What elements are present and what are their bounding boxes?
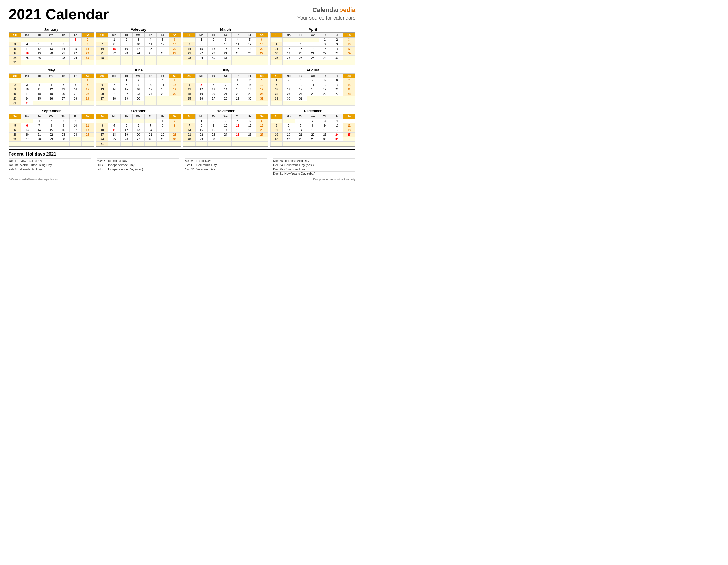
calendar-day: 27 [295, 56, 307, 60]
calendar-day: 1 [195, 119, 208, 123]
calendar-day-empty [120, 60, 133, 65]
brand-sub: Your source for calendars [297, 15, 355, 22]
calendar-day: 3 [256, 78, 268, 83]
calendar-day: 29 [195, 56, 208, 60]
calendar-day: 12 [157, 42, 169, 47]
calendar-day: 22 [195, 51, 208, 56]
calendar-day: 1 [195, 38, 208, 42]
month-title-january: January [9, 26, 94, 33]
calendar-day-empty [283, 101, 295, 105]
calendar-day [307, 96, 319, 101]
calendar-day: 27 [21, 137, 33, 142]
calendar-day: 27 [169, 51, 181, 56]
footer: © Calendarpedia® www.calendarpedia.com D… [9, 178, 355, 181]
month-title-june: June [96, 67, 181, 73]
calendar-day: 2 [208, 38, 220, 42]
calendar-day: 2 [331, 38, 343, 42]
calendar-day-empty [256, 60, 268, 65]
calendar-day: 1 [69, 38, 82, 42]
calendar-day: 14 [183, 47, 196, 51]
calendar-day: 8 [69, 42, 82, 47]
holidays-section: Federal Holidays 2021 Jan 1New Year's Da… [9, 149, 355, 175]
col-header-su: Su [270, 114, 283, 119]
calendar-day-empty [133, 60, 145, 65]
col-header-su: Su [183, 33, 196, 38]
holiday-date: Jan 1 [9, 159, 20, 162]
calendar-day: 31 [295, 96, 307, 101]
calendar-day: 9 [169, 123, 181, 128]
col-header-su: Su [183, 114, 196, 119]
calendar-day: 7 [33, 123, 45, 128]
holiday-name: Christmas Day [284, 167, 305, 171]
holiday-name: Columbus Day [196, 163, 217, 167]
calendar-day [307, 38, 319, 42]
month-june: JuneSuMoTuWeThFrSa1234567891011121314151… [96, 67, 181, 106]
calendar-day [57, 38, 70, 42]
month-october: OctoberSuMoTuWeThFrSa1234567891011121314… [96, 107, 181, 146]
calendars-grid: JanuarySuMoTuWeThFrSa1234567891011121314… [9, 26, 355, 146]
calendar-day-empty [343, 101, 355, 105]
calendar-day: 3 [144, 78, 157, 83]
calendar-day-empty [208, 101, 220, 105]
calendar-day: 29 [270, 96, 283, 101]
calendar-day: 2 [307, 119, 319, 123]
col-header-fr: Fr [331, 114, 343, 119]
calendar-day: 11 [232, 42, 244, 47]
calendar-day: 15 [195, 128, 208, 132]
calendar-day: 10 [343, 42, 355, 47]
calendar-day: 22 [195, 132, 208, 137]
calendar-day: 21 [295, 132, 307, 137]
calendar-day-empty [307, 142, 319, 146]
calendar-day [21, 119, 33, 123]
calendar-day [120, 142, 133, 146]
holiday-item: Feb 15Presidents' Day [9, 167, 91, 171]
calendar-day: 12 [195, 87, 208, 92]
calendar-day: 30 [283, 96, 295, 101]
calendar-day: 20 [96, 92, 108, 96]
calendar-day: 20 [256, 128, 268, 132]
calendar-day-empty [183, 142, 196, 146]
calendar-day-empty [232, 142, 244, 146]
calendar-day: 13 [256, 42, 268, 47]
calendar-day: 3 [57, 119, 70, 123]
calendar-day [69, 78, 82, 83]
calendar-day: 7 [96, 42, 108, 47]
calendar-day: 18 [82, 128, 94, 132]
calendar-day: 14 [220, 87, 232, 92]
calendar-day: 14 [183, 128, 196, 132]
calendar-day [283, 38, 295, 42]
calendar-day: 3 [343, 38, 355, 42]
col-header-we: We [133, 74, 145, 78]
calendar-day: 26 [244, 51, 256, 56]
calendar-day: 6 [331, 78, 343, 83]
month-title-may: May [9, 67, 94, 73]
calendar-day: 12 [120, 128, 133, 132]
calendar-day: 5 [9, 123, 21, 128]
calendar-day: 6 [256, 119, 268, 123]
holidays-grid: Jan 1New Year's DayJan 18Martin Luther K… [9, 158, 355, 175]
calendar-day: 1 [33, 119, 45, 123]
calendar-day: 14 [343, 83, 355, 87]
calendar-day: 12 [45, 87, 57, 92]
calendar-day: 20 [256, 47, 268, 51]
calendar-day: 18 [270, 51, 283, 56]
col-header-tu: Tu [208, 33, 220, 38]
month-title-november: November [183, 108, 268, 114]
calendar-day: 24 [96, 137, 108, 142]
calendar-day: 7 [307, 42, 319, 47]
calendar-day-empty [307, 60, 319, 65]
calendar-day: 22 [69, 51, 82, 56]
month-september: SeptemberSuMoTuWeThFrSa12345678910111213… [9, 107, 94, 146]
calendar-day: 19 [45, 92, 57, 96]
holiday-date: Feb 15 [9, 167, 20, 171]
calendar-day: 20 [133, 132, 145, 137]
col-header-tu: Tu [33, 114, 45, 119]
calendar-day-empty [220, 142, 232, 146]
calendar-day: 1 [108, 38, 121, 42]
calendar-day: 1 [232, 78, 244, 83]
calendar-day [343, 96, 355, 101]
calendar-day: 15 [270, 87, 283, 92]
calendar-day-empty [208, 60, 220, 65]
calendar-day: 30 [57, 137, 70, 142]
calendar-day: 25 [144, 51, 157, 56]
